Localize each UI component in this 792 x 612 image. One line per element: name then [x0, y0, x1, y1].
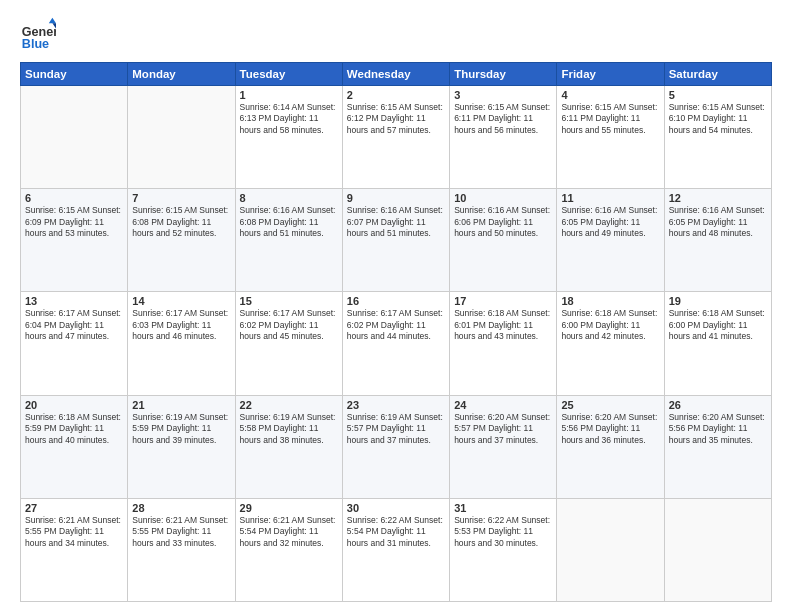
day-number: 2	[347, 89, 445, 101]
day-info: Sunrise: 6:17 AM Sunset: 6:02 PM Dayligh…	[240, 308, 338, 342]
weekday-header-sunday: Sunday	[21, 63, 128, 86]
day-number: 26	[669, 399, 767, 411]
day-number: 3	[454, 89, 552, 101]
day-number: 22	[240, 399, 338, 411]
day-number: 18	[561, 295, 659, 307]
day-info: Sunrise: 6:18 AM Sunset: 5:59 PM Dayligh…	[25, 412, 123, 446]
weekday-header-tuesday: Tuesday	[235, 63, 342, 86]
calendar-cell: 29Sunrise: 6:21 AM Sunset: 5:54 PM Dayli…	[235, 498, 342, 601]
day-info: Sunrise: 6:19 AM Sunset: 5:58 PM Dayligh…	[240, 412, 338, 446]
calendar-cell: 2Sunrise: 6:15 AM Sunset: 6:12 PM Daylig…	[342, 86, 449, 189]
calendar-cell: 12Sunrise: 6:16 AM Sunset: 6:05 PM Dayli…	[664, 189, 771, 292]
day-number: 9	[347, 192, 445, 204]
calendar-cell: 21Sunrise: 6:19 AM Sunset: 5:59 PM Dayli…	[128, 395, 235, 498]
calendar-cell: 14Sunrise: 6:17 AM Sunset: 6:03 PM Dayli…	[128, 292, 235, 395]
calendar-cell: 11Sunrise: 6:16 AM Sunset: 6:05 PM Dayli…	[557, 189, 664, 292]
day-number: 4	[561, 89, 659, 101]
calendar-cell: 28Sunrise: 6:21 AM Sunset: 5:55 PM Dayli…	[128, 498, 235, 601]
day-number: 25	[561, 399, 659, 411]
calendar-cell: 17Sunrise: 6:18 AM Sunset: 6:01 PM Dayli…	[450, 292, 557, 395]
weekday-header-monday: Monday	[128, 63, 235, 86]
day-number: 17	[454, 295, 552, 307]
day-info: Sunrise: 6:17 AM Sunset: 6:03 PM Dayligh…	[132, 308, 230, 342]
calendar-cell: 8Sunrise: 6:16 AM Sunset: 6:08 PM Daylig…	[235, 189, 342, 292]
day-number: 7	[132, 192, 230, 204]
calendar-cell: 9Sunrise: 6:16 AM Sunset: 6:07 PM Daylig…	[342, 189, 449, 292]
day-info: Sunrise: 6:19 AM Sunset: 5:59 PM Dayligh…	[132, 412, 230, 446]
day-number: 29	[240, 502, 338, 514]
day-info: Sunrise: 6:15 AM Sunset: 6:08 PM Dayligh…	[132, 205, 230, 239]
day-number: 21	[132, 399, 230, 411]
day-number: 15	[240, 295, 338, 307]
calendar-cell: 10Sunrise: 6:16 AM Sunset: 6:06 PM Dayli…	[450, 189, 557, 292]
day-info: Sunrise: 6:16 AM Sunset: 6:05 PM Dayligh…	[561, 205, 659, 239]
calendar-week-row: 6Sunrise: 6:15 AM Sunset: 6:09 PM Daylig…	[21, 189, 772, 292]
calendar-cell: 18Sunrise: 6:18 AM Sunset: 6:00 PM Dayli…	[557, 292, 664, 395]
day-number: 16	[347, 295, 445, 307]
day-number: 28	[132, 502, 230, 514]
calendar-cell: 25Sunrise: 6:20 AM Sunset: 5:56 PM Dayli…	[557, 395, 664, 498]
day-info: Sunrise: 6:16 AM Sunset: 6:07 PM Dayligh…	[347, 205, 445, 239]
calendar-cell	[664, 498, 771, 601]
calendar-cell: 19Sunrise: 6:18 AM Sunset: 6:00 PM Dayli…	[664, 292, 771, 395]
day-info: Sunrise: 6:16 AM Sunset: 6:08 PM Dayligh…	[240, 205, 338, 239]
day-number: 11	[561, 192, 659, 204]
day-info: Sunrise: 6:17 AM Sunset: 6:04 PM Dayligh…	[25, 308, 123, 342]
day-info: Sunrise: 6:16 AM Sunset: 6:06 PM Dayligh…	[454, 205, 552, 239]
calendar-cell: 4Sunrise: 6:15 AM Sunset: 6:11 PM Daylig…	[557, 86, 664, 189]
calendar-cell: 31Sunrise: 6:22 AM Sunset: 5:53 PM Dayli…	[450, 498, 557, 601]
day-number: 23	[347, 399, 445, 411]
day-info: Sunrise: 6:15 AM Sunset: 6:12 PM Dayligh…	[347, 102, 445, 136]
day-number: 14	[132, 295, 230, 307]
day-info: Sunrise: 6:17 AM Sunset: 6:02 PM Dayligh…	[347, 308, 445, 342]
day-number: 27	[25, 502, 123, 514]
page: General Blue SundayMondayTuesdayWednesda…	[0, 0, 792, 612]
calendar-cell: 20Sunrise: 6:18 AM Sunset: 5:59 PM Dayli…	[21, 395, 128, 498]
weekday-header-thursday: Thursday	[450, 63, 557, 86]
day-number: 8	[240, 192, 338, 204]
calendar-cell: 26Sunrise: 6:20 AM Sunset: 5:56 PM Dayli…	[664, 395, 771, 498]
svg-text:Blue: Blue	[22, 37, 49, 51]
day-info: Sunrise: 6:21 AM Sunset: 5:54 PM Dayligh…	[240, 515, 338, 549]
day-number: 1	[240, 89, 338, 101]
calendar-cell: 5Sunrise: 6:15 AM Sunset: 6:10 PM Daylig…	[664, 86, 771, 189]
day-number: 6	[25, 192, 123, 204]
day-info: Sunrise: 6:21 AM Sunset: 5:55 PM Dayligh…	[132, 515, 230, 549]
calendar-cell: 7Sunrise: 6:15 AM Sunset: 6:08 PM Daylig…	[128, 189, 235, 292]
day-number: 10	[454, 192, 552, 204]
day-number: 13	[25, 295, 123, 307]
calendar-cell: 6Sunrise: 6:15 AM Sunset: 6:09 PM Daylig…	[21, 189, 128, 292]
weekday-header-friday: Friday	[557, 63, 664, 86]
calendar-cell	[21, 86, 128, 189]
weekday-header-row: SundayMondayTuesdayWednesdayThursdayFrid…	[21, 63, 772, 86]
header: General Blue	[20, 16, 772, 52]
calendar-cell: 16Sunrise: 6:17 AM Sunset: 6:02 PM Dayli…	[342, 292, 449, 395]
calendar-cell: 1Sunrise: 6:14 AM Sunset: 6:13 PM Daylig…	[235, 86, 342, 189]
day-number: 19	[669, 295, 767, 307]
logo: General Blue	[20, 16, 60, 52]
day-info: Sunrise: 6:16 AM Sunset: 6:05 PM Dayligh…	[669, 205, 767, 239]
day-info: Sunrise: 6:20 AM Sunset: 5:57 PM Dayligh…	[454, 412, 552, 446]
day-info: Sunrise: 6:15 AM Sunset: 6:11 PM Dayligh…	[561, 102, 659, 136]
day-number: 20	[25, 399, 123, 411]
day-info: Sunrise: 6:19 AM Sunset: 5:57 PM Dayligh…	[347, 412, 445, 446]
calendar-cell: 15Sunrise: 6:17 AM Sunset: 6:02 PM Dayli…	[235, 292, 342, 395]
day-info: Sunrise: 6:20 AM Sunset: 5:56 PM Dayligh…	[669, 412, 767, 446]
calendar-cell: 24Sunrise: 6:20 AM Sunset: 5:57 PM Dayli…	[450, 395, 557, 498]
calendar-cell: 27Sunrise: 6:21 AM Sunset: 5:55 PM Dayli…	[21, 498, 128, 601]
day-info: Sunrise: 6:22 AM Sunset: 5:53 PM Dayligh…	[454, 515, 552, 549]
calendar-cell: 22Sunrise: 6:19 AM Sunset: 5:58 PM Dayli…	[235, 395, 342, 498]
calendar-week-row: 1Sunrise: 6:14 AM Sunset: 6:13 PM Daylig…	[21, 86, 772, 189]
day-number: 5	[669, 89, 767, 101]
day-number: 24	[454, 399, 552, 411]
svg-marker-2	[49, 18, 56, 23]
calendar-cell: 30Sunrise: 6:22 AM Sunset: 5:54 PM Dayli…	[342, 498, 449, 601]
day-info: Sunrise: 6:18 AM Sunset: 6:00 PM Dayligh…	[669, 308, 767, 342]
day-number: 30	[347, 502, 445, 514]
day-info: Sunrise: 6:15 AM Sunset: 6:10 PM Dayligh…	[669, 102, 767, 136]
day-info: Sunrise: 6:21 AM Sunset: 5:55 PM Dayligh…	[25, 515, 123, 549]
calendar-table: SundayMondayTuesdayWednesdayThursdayFrid…	[20, 62, 772, 602]
day-number: 31	[454, 502, 552, 514]
calendar-cell: 13Sunrise: 6:17 AM Sunset: 6:04 PM Dayli…	[21, 292, 128, 395]
day-info: Sunrise: 6:18 AM Sunset: 6:00 PM Dayligh…	[561, 308, 659, 342]
